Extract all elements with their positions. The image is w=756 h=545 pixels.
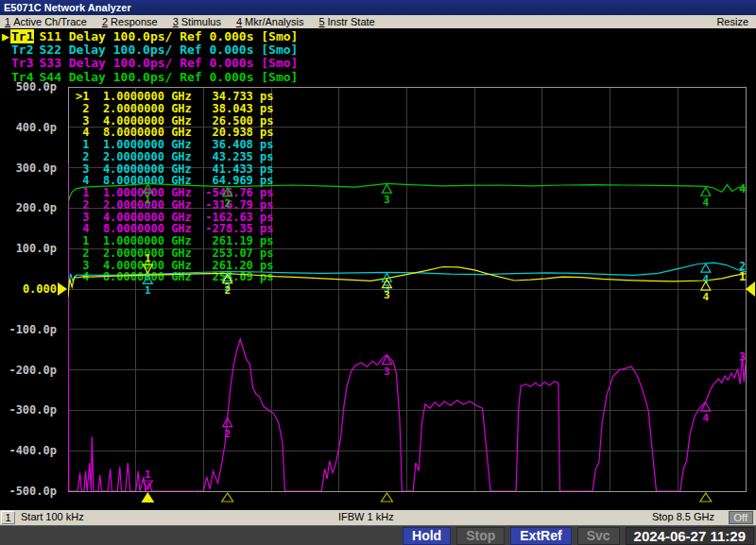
marker-readout-row: 3 4.0000000 GHz 261.20 ps xyxy=(76,259,274,271)
menu-item-active-ch-trace[interactable]: 1Active Ch/Trace xyxy=(5,15,87,28)
trace-format: S44 Delay 100.0ps/ Ref 0.000s [Smo] xyxy=(39,70,298,84)
y-axis-tick-label: 300.0p xyxy=(0,162,57,175)
marker-readout-row: 4 8.0000000 GHz 20.938 ps xyxy=(76,126,274,138)
active-trace-arrow-icon: ▶ xyxy=(2,29,10,43)
marker-readout-row: 3 4.0000000 GHz 41.433 ps xyxy=(76,162,274,175)
marker-readout-row: 2 2.0000000 GHz 38.043 ps xyxy=(76,102,274,114)
off-badge: Off xyxy=(729,511,753,524)
trace-definitions: ▶Tr1S11 Delay 100.0ps/ Ref 0.000s [Smo]T… xyxy=(2,29,298,83)
marker-readout-row: >1 1.0000000 GHz 34.733 ps xyxy=(76,90,274,102)
y-axis-tick-label: 100.0p xyxy=(0,242,57,255)
trace-id: Tr2 xyxy=(10,43,34,57)
marker-readout-row: 2 2.0000000 GHz 253.07 ps xyxy=(76,247,274,259)
channel-number: 1 xyxy=(1,511,15,524)
marker-readout-row: 3 4.0000000 GHz 26.500 ps xyxy=(76,114,274,127)
menu-item-instr-state[interactable]: 5Instr State xyxy=(318,15,374,28)
trace-format: S33 Delay 100.0ps/ Ref 0.000s [Smo] xyxy=(39,56,298,70)
y-axis-tick-label: 0.000 xyxy=(0,282,57,296)
extref-indicator: ExtRef xyxy=(510,527,571,545)
channel-status-bar: 1 Start 100 kHz IFBW 1 kHz Stop 8.5 GHz … xyxy=(0,510,756,525)
trace-id: Tr1 xyxy=(10,29,34,43)
svc-indicator: Svc xyxy=(577,527,620,545)
y-axis-tick-label: -200.0p xyxy=(0,364,57,377)
trace-format: S11 Delay 100.0ps/ Ref 0.000s [Smo] xyxy=(39,29,298,43)
trace-def-tr3[interactable]: Tr3S33 Delay 100.0ps/ Ref 0.000s [Smo] xyxy=(2,56,298,69)
menu-item-mkr-analysis[interactable]: 4Mkr/Analysis xyxy=(236,15,303,28)
menu-bar: 1Active Ch/Trace 2Response 3Stimulus 4Mk… xyxy=(0,15,756,28)
trace-id: Tr4 xyxy=(10,70,34,84)
start-frequency-label: Start 100 kHz xyxy=(21,511,84,522)
y-axis-tick-label: -400.0p xyxy=(0,444,57,457)
trace-def-tr1[interactable]: ▶Tr1S11 Delay 100.0ps/ Ref 0.000s [Smo] xyxy=(2,29,298,43)
menu-item-stimulus[interactable]: 3Stimulus xyxy=(173,15,221,28)
instrument-status-bar: Hold Stop ExtRef Svc 2024-06-27 11:29 xyxy=(0,525,756,545)
hold-indicator: Hold xyxy=(403,527,451,545)
datetime-display: 2024-06-27 11:29 xyxy=(626,527,754,545)
marker-readout-row: 1 1.0000000 GHz 36.408 ps xyxy=(76,138,274,150)
marker-readout-row: 2 2.0000000 GHz 43.235 ps xyxy=(76,150,274,162)
window-title: E5071C Network Analyzer xyxy=(4,2,131,13)
marker-readout-row: 2 2.0000000 GHz -316.79 ps xyxy=(76,198,274,211)
marker-readout-row: 4 8.0000000 GHz 254.09 ps xyxy=(76,270,274,282)
trace-def-tr4[interactable]: Tr4S44 Delay 100.0ps/ Ref 0.000s [Smo] xyxy=(2,70,298,83)
marker-readout-table: >1 1.0000000 GHz 34.733 ps 2 2.0000000 G… xyxy=(76,90,274,282)
trace-def-tr2[interactable]: Tr2S22 Delay 100.0ps/ Ref 0.000s [Smo] xyxy=(2,43,298,56)
marker-readout-row: 4 8.0000000 GHz 64.969 ps xyxy=(76,174,274,186)
menu-item-response[interactable]: 2Response xyxy=(102,15,158,28)
marker-readout-row: 1 1.0000000 GHz 261.19 ps xyxy=(76,234,274,247)
app-window: E5071C Network Analyzer 1Active Ch/Trace… xyxy=(0,0,756,545)
y-axis-tick-label: -300.0p xyxy=(0,403,57,417)
trace-id: Tr3 xyxy=(10,56,34,70)
marker-readout-row: 4 8.0000000 GHz -278.35 ps xyxy=(76,222,274,234)
y-axis-tick-label: -100.0p xyxy=(0,323,57,336)
resize-button[interactable]: Resize xyxy=(716,15,756,28)
stop-frequency-label: Stop 8.5 GHz xyxy=(652,511,714,522)
ifbw-label: IFBW 1 kHz xyxy=(338,511,394,522)
trace-format: S22 Delay 100.0ps/ Ref 0.000s [Smo] xyxy=(39,43,298,57)
y-axis-tick-label: 400.0p xyxy=(0,121,57,134)
window-titlebar: E5071C Network Analyzer xyxy=(0,0,756,15)
stop-indicator: Stop xyxy=(456,527,505,545)
y-axis-tick-label: 200.0p xyxy=(0,201,57,214)
marker-readout-row: 1 1.0000000 GHz -546.76 ps xyxy=(76,186,274,198)
y-axis-tick-label: -500.0p xyxy=(0,485,57,498)
marker-readout-row: 3 4.0000000 GHz -162.63 ps xyxy=(76,211,274,223)
